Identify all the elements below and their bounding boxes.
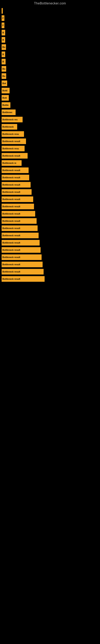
- bar-label: Bott: [2, 96, 7, 99]
- bar-label: Bo: [2, 46, 5, 48]
- bar: Bottleneck result: [1, 254, 42, 260]
- bar-row: Bottleneck result: [1, 247, 100, 253]
- bar-label: Bottleneck result: [2, 227, 20, 230]
- bar-row: Bottleneck result: [1, 262, 100, 267]
- bar-row: Bo: [1, 73, 100, 79]
- bar-label: Bottleneck result: [2, 263, 20, 266]
- bar-label: F: [2, 17, 4, 19]
- bar: B: [1, 59, 6, 64]
- bar-row: B: [1, 52, 100, 57]
- bar-label: Bottleneck resu: [2, 133, 19, 135]
- bar: F: [1, 22, 4, 28]
- bar-row: Bottleneck result: [1, 218, 100, 224]
- bar-label: Bottleneck result: [2, 184, 20, 186]
- bar-row: Bottleneck resu: [1, 131, 100, 137]
- bar: Bottl: [1, 88, 10, 94]
- bar-label: Bottle: [2, 104, 9, 106]
- bar-label: Bottleneck result: [2, 234, 20, 237]
- bar: B: [1, 52, 5, 57]
- bar-row: Bottleneck result: [1, 233, 100, 238]
- bar-label: Bottl: [2, 89, 7, 92]
- bar-label: Bottleneck result: [2, 220, 20, 222]
- bar: B: [1, 30, 5, 36]
- bar-label: Bot: [2, 82, 6, 84]
- bar-row: Bo: [1, 44, 100, 50]
- bar-row: Bottleneck: [1, 124, 100, 130]
- bar: Bottleneck result: [1, 233, 39, 238]
- bar: Bo: [1, 73, 6, 79]
- bar-label: B: [2, 32, 4, 34]
- bar-row: Bottleneck re: [1, 160, 100, 166]
- bar-row: B: [1, 30, 100, 36]
- bar: Bottleneck result: [1, 240, 40, 246]
- bar-label: Bottlenec: [2, 111, 12, 114]
- bar: Bottleneck result: [1, 218, 37, 224]
- bar: Bottleneck result: [1, 175, 29, 180]
- site-title: TheBottlenecker.com: [0, 0, 100, 6]
- bar-label: Bottleneck result: [2, 169, 20, 172]
- bar-row: Bottleneck result: [1, 211, 100, 216]
- bar-row: [1, 8, 100, 14]
- bar-row: B: [1, 37, 100, 43]
- bar-row: Bottleneck result: [1, 138, 100, 144]
- bar: Bottleneck result: [1, 196, 33, 202]
- bar-row: Bottleneck result: [1, 182, 100, 188]
- bar: Bo: [1, 66, 6, 72]
- bar-row: Bottlenec: [1, 110, 100, 115]
- bar: Bottleneck result: [1, 168, 29, 173]
- bar: Bottleneck result: [1, 138, 26, 144]
- bar-row: Bottleneck resu: [1, 146, 100, 151]
- bars-container: FFBBBoBBBoBoBotBottlBottBottleBottlenecB…: [0, 6, 100, 283]
- bar-label: Bottleneck result: [2, 154, 20, 157]
- bar: Bottleneck result: [1, 262, 43, 267]
- bar: Bottleneck result: [1, 211, 35, 216]
- bar: Bottlenec: [1, 110, 16, 115]
- bar-label: Bottleneck result: [2, 278, 20, 280]
- bar-row: Bottleneck result: [1, 240, 100, 246]
- bar-row: Bottleneck res: [1, 117, 100, 122]
- bar-label: F: [2, 24, 4, 26]
- bar: Bottleneck: [1, 124, 17, 130]
- bar-row: F: [1, 22, 100, 28]
- bar-label: Bo: [2, 68, 5, 70]
- bar-row: Bottleneck result: [1, 254, 100, 260]
- bar-label: B: [2, 60, 4, 63]
- bar-row: Bottle: [1, 102, 100, 108]
- bar: Bottleneck resu: [1, 146, 25, 151]
- bar-row: Bottl: [1, 88, 100, 94]
- bar-label: B: [2, 39, 4, 41]
- bar: Bottleneck result: [1, 189, 32, 195]
- bar-row: B: [1, 59, 100, 64]
- bar-row: Bottleneck result: [1, 175, 100, 180]
- bar: Bott: [1, 95, 9, 100]
- bar: Bottleneck res: [1, 117, 23, 122]
- bar-label: Bottleneck result: [2, 176, 20, 179]
- bar: Bottleneck result: [1, 153, 28, 158]
- bar: Bottleneck result: [1, 276, 45, 282]
- bar-row: Bottleneck result: [1, 226, 100, 231]
- bar: Bottleneck result: [1, 247, 41, 253]
- bar-label: Bottleneck result: [2, 140, 20, 142]
- bar-label: Bottleneck: [2, 126, 14, 128]
- bar-label: Bottleneck result: [2, 242, 20, 244]
- bar-label: B: [2, 53, 4, 56]
- bar-label: Bottleneck result: [2, 249, 20, 251]
- bar-label: Bottleneck result: [2, 191, 20, 193]
- bar-label: Bottleneck result: [2, 212, 20, 215]
- bar-row: Bottleneck result: [1, 276, 100, 282]
- bar-row: Bot: [1, 80, 100, 86]
- bar-row: Bottleneck result: [1, 189, 100, 195]
- bar-label: Bottleneck result: [2, 270, 20, 273]
- bar-row: Bottleneck result: [1, 153, 100, 158]
- bar: Bottleneck result: [1, 182, 31, 188]
- bar: B: [1, 37, 5, 43]
- bar: Bo: [1, 44, 6, 50]
- bar: Bottleneck re: [1, 160, 22, 166]
- bar-row: Bottleneck result: [1, 269, 100, 274]
- bar-label: Bottleneck res: [2, 118, 18, 121]
- bar-row: Bottleneck result: [1, 168, 100, 173]
- bar-row: Bott: [1, 95, 100, 100]
- bar: Bottleneck result: [1, 204, 34, 209]
- bar: Bottleneck resu: [1, 131, 24, 137]
- bar: [1, 8, 3, 14]
